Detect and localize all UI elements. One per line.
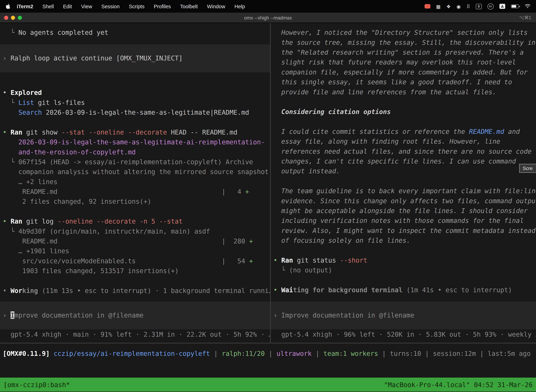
agent-transcript: However, I noticed the "Directory Struct… — [271, 28, 536, 295]
terminal-line: essay file, along with finding root file… — [271, 137, 536, 146]
terminal-line: › Improve documentation in @filename — [0, 310, 270, 320]
close-window-button[interactable] — [4, 15, 8, 19]
traffic-lights — [0, 15, 22, 19]
terminal-line: src/voice/voiceModeEnabled.ts | 54 + — [0, 256, 270, 266]
tmux-status-bar: [omx-cczip0:bash* "MacBook-Pro-44.local"… — [0, 378, 536, 392]
terminal-line: Search 2026-03-09-is-legal-the-same-as-l… — [0, 107, 270, 117]
terminal-line: of focusing solely on file lines. — [271, 236, 536, 245]
terminal-line: └ 067f154 (HEAD -> essay/ai-reimplementa… — [0, 157, 270, 167]
terminal-line: I could cite commit statistics or refere… — [271, 127, 536, 136]
terminal-line: › Ralph loop active continue [OMX_TMUX_I… — [0, 53, 270, 63]
terminal-line: review. Also, I might want to inspect th… — [271, 226, 536, 236]
terminal-line: might be acceptable alongside the file l… — [271, 206, 536, 216]
terminal-line: • Waiting for background terminal (1m 41… — [271, 285, 536, 295]
terminal-line: companion file, especially if more comme… — [271, 67, 536, 77]
terminal-line: references need actual files, and since … — [271, 146, 536, 156]
terminal-line — [271, 275, 536, 285]
agent-transcript: • Explored └ List git ls-files Search 20… — [0, 88, 270, 296]
zoom-window-button[interactable] — [18, 15, 22, 19]
terminal-line: › Improve documentation in @filename — [271, 310, 536, 320]
keycap-8-icon[interactable]: 8 — [476, 4, 482, 9]
menu-edit[interactable]: Edit — [63, 3, 72, 9]
menu-toolbelt[interactable]: Toolbelt — [180, 3, 198, 9]
terminal-line: • Working (11m 13s • esc to interrupt) ·… — [0, 286, 270, 296]
terminal-line: companion analysis without altering the … — [0, 167, 270, 177]
prompt-input[interactable]: › Improve documentation in @filename — [0, 301, 270, 329]
terminal-line: output instead. — [271, 166, 536, 176]
terminal-line: provide file and line references from th… — [271, 87, 536, 97]
window-title-bar[interactable]: omx --xhigh --madmax ⌥⌘1 — [0, 13, 536, 23]
terminal-line: The team guideline is to back every impo… — [271, 186, 536, 196]
terminal-line: including verification notes with those … — [271, 216, 536, 226]
terminal-line: README.md | 4 + — [0, 187, 270, 196]
omx-status-line: [OMX#0.11.9] cczip/essay/ai-reimplementa… — [0, 349, 536, 359]
terminal-line: Considering citation options — [271, 107, 536, 117]
menu-scripts[interactable]: Scripts — [129, 3, 144, 9]
battery-gauge-icon[interactable]: 61 — [488, 3, 494, 9]
menu-window[interactable]: Window — [207, 3, 225, 9]
wifi-icon[interactable] — [525, 4, 531, 9]
tmux-inject-box[interactable]: › Ralph loop active continue [OMX_TMUX_I… — [0, 44, 270, 72]
minimize-window-button[interactable] — [11, 15, 15, 19]
apps-grid-icon[interactable]: ⠿ — [467, 4, 470, 9]
agent-status-line: gpt-5.4 xhigh · main · 91% left · 2.31M … — [0, 330, 270, 343]
window-title: omx --xhigh --madmax — [0, 15, 536, 20]
terminal-line — [271, 117, 536, 127]
menu-iterm2[interactable]: iTerm2 — [17, 3, 33, 9]
terminal-line: • Explored — [0, 88, 270, 98]
terminal-line — [271, 176, 536, 186]
menu-shell[interactable]: Shell — [42, 3, 54, 9]
window-shortcut-badge: ⌥⌘1 — [519, 15, 536, 20]
terminal-line: 2 files changed, 92 insertions(+) — [0, 197, 270, 206]
terminal-line: this single essay, it seems like a good … — [271, 77, 536, 87]
terminal-line: changes, I can't cite specific file line… — [271, 156, 536, 166]
terminal-line — [271, 246, 536, 255]
terminal-line: the source tree, missing the essay. Stil… — [271, 37, 536, 47]
terminal-line: slight risk that future readers may over… — [271, 57, 536, 67]
terminal-line: └ List git ls-files — [0, 98, 270, 107]
terminal-line: … +1901 lines — [0, 246, 270, 256]
terminal-line — [271, 97, 536, 107]
menu-profiles[interactable]: Profiles — [154, 3, 171, 9]
menu-view[interactable]: View — [81, 3, 92, 9]
menu-bar-status-icons: ▦ ❖ ◉ ⠿ 8 61 A — [425, 3, 531, 9]
terminal-line: 2026-03-09-is-legal-the-same-as-legitima… — [0, 137, 270, 147]
menu-help[interactable]: Help — [234, 3, 245, 9]
tmux-panes: └ No agents completed yet › Ralph loop a… — [0, 23, 536, 343]
terminal-line: However, I noticed the "Directory Struct… — [271, 28, 536, 37]
terminal-line — [0, 117, 270, 127]
terminal-line — [0, 276, 270, 286]
circle-app-icon[interactable]: ◉ — [456, 4, 461, 9]
terminal-line: … +2 lines — [0, 177, 270, 187]
terminal-line: └ (no output) — [271, 265, 536, 275]
screen-edge-tooltip: Scre — [519, 164, 536, 173]
terminal-line: • Ran git log --oneline --decorate -n 5 … — [0, 216, 270, 226]
input-source-icon[interactable]: A — [499, 4, 505, 9]
menu-session[interactable]: Session — [101, 3, 120, 9]
terminal-line: evidence. Since this change only affects… — [271, 196, 536, 206]
grid-app-icon[interactable]: ▦ — [436, 4, 441, 9]
right-terminal-pane[interactable]: However, I noticed the "Directory Struct… — [271, 23, 536, 343]
apple-menu-icon[interactable] — [5, 3, 10, 9]
omx-status-pane[interactable]: [OMX#0.11.9] cczip/essay/ai-reimplementa… — [0, 343, 536, 378]
macos-menu-bar: iTerm2 Shell Edit View Session Scripts P… — [0, 0, 536, 13]
terminal-line: └ 4b9d30f (origin/main, instructkr/main,… — [0, 226, 270, 236]
agent-intro-lines: └ No agents completed yet — [0, 28, 270, 37]
terminal-line: └ No agents completed yet — [0, 28, 270, 37]
diamond-app-icon[interactable]: ❖ — [446, 4, 451, 9]
prompt-input[interactable]: › Improve documentation in @filename — [271, 301, 536, 329]
menu-items: iTerm2 Shell Edit View Session Scripts P… — [17, 3, 245, 9]
terminal-line: the "Related research writing" section i… — [271, 47, 536, 57]
terminal-line — [0, 206, 270, 216]
tmux-session-window: [omx-cczip0:bash* — [3, 381, 70, 388]
terminal-line: [OMX#0.11.9] cczip/essay/ai-reimplementa… — [0, 349, 536, 359]
terminal-line: • Ran git show --stat --oneline --decora… — [0, 127, 270, 137]
terminal-line: • Ran git status --short — [271, 255, 536, 265]
battery-icon[interactable] — [511, 5, 519, 8]
tmux-host-clock: "MacBook-Pro-44.local" 04:52 31-Mar-26 — [384, 381, 533, 388]
terminal-line: and-the-erosion-of-copyleft.md — [0, 147, 270, 157]
left-terminal-pane[interactable]: └ No agents completed yet › Ralph loop a… — [0, 23, 271, 343]
screen-recording-indicator-icon[interactable] — [425, 4, 430, 9]
terminal-line: gpt-5.4 xhigh · main · 91% left · 2.31M … — [0, 330, 270, 339]
screen: iTerm2 Shell Edit View Session Scripts P… — [0, 0, 536, 392]
